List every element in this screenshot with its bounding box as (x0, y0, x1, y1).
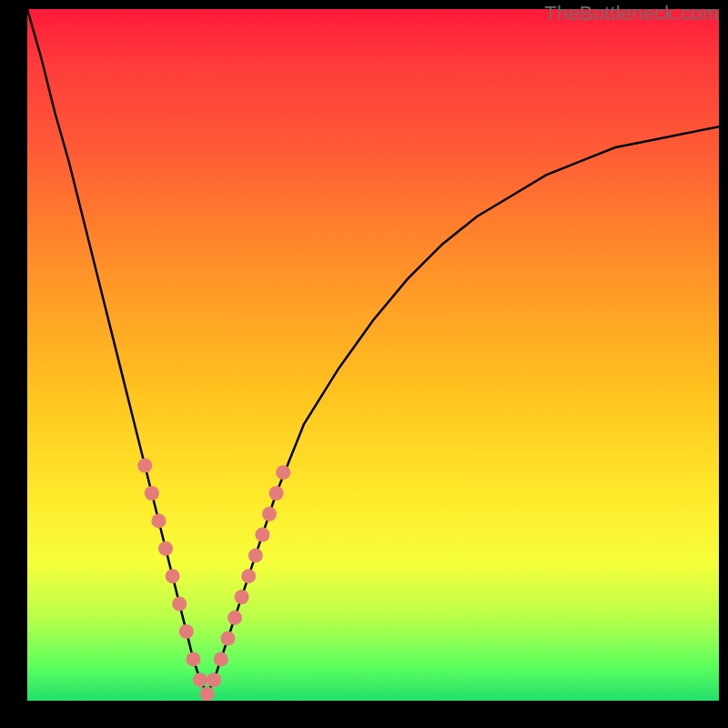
sample-dot (262, 507, 277, 521)
sample-dot (158, 541, 173, 556)
sample-dot (137, 459, 152, 473)
chart-frame (27, 9, 719, 701)
sample-dot (179, 624, 194, 639)
sample-dot (172, 597, 187, 612)
sample-dot (186, 652, 200, 666)
bottleneck-curve (27, 9, 719, 693)
sample-dot (166, 569, 180, 583)
sample-dots-group (137, 459, 290, 701)
sample-dot (214, 652, 228, 666)
sample-dot (145, 486, 159, 500)
sample-dot (193, 672, 207, 687)
sample-dot (228, 611, 242, 625)
sample-dot (276, 465, 290, 480)
sample-dot (220, 632, 235, 646)
sample-dot (151, 513, 166, 528)
sample-dot (248, 548, 263, 562)
sample-dot (269, 486, 284, 500)
sample-dot (235, 590, 249, 604)
sample-dot (255, 528, 269, 542)
sample-dot (241, 569, 256, 583)
chart-svg (27, 9, 719, 701)
sample-dot (200, 686, 215, 701)
watermark-text: TheBottleneck.com (544, 2, 719, 25)
sample-dot (207, 672, 221, 687)
